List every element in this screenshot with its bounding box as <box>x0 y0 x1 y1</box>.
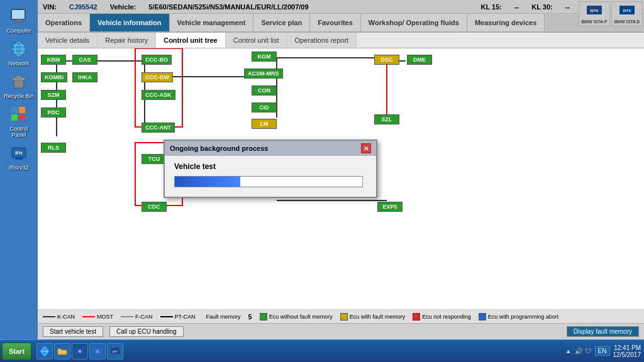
language-indicator[interactable]: EN <box>595 346 610 356</box>
tab-vehicle-management[interactable]: Vehicle management <box>170 14 254 31</box>
ecu-cdc[interactable]: CDC <box>142 202 167 212</box>
desktop-icon-computer[interactable]: Computer <box>3 6 35 34</box>
display-fault-memory-button[interactable]: Display fault memory <box>567 326 639 337</box>
ecu-ccc-ant[interactable]: CCC-ANT <box>142 123 175 133</box>
legend-kcan: K-CAN <box>43 314 75 320</box>
ecu-no-fault-color <box>260 313 267 321</box>
tab-favourites[interactable]: Favourites <box>310 14 361 31</box>
vin-value: CJ95542 <box>69 3 97 11</box>
dialog-subtitle-text: Vehicle test <box>174 162 367 171</box>
ecu-szl[interactable]: SZL <box>374 114 399 124</box>
desktop: Computer Network <box>0 0 644 339</box>
call-up-ecu-button[interactable]: Call up ECU handling <box>109 326 184 337</box>
svg-text:IS: IS <box>96 349 99 353</box>
legend-ecu-prog-abort: Ecu with programming abort <box>479 313 559 321</box>
ecu-acsm-mrs[interactable]: ACSM-MRS <box>244 69 283 79</box>
kcan-line <box>43 316 55 317</box>
ecu-no-fault-label: Ecu without fault memory <box>269 314 333 320</box>
ecu-ccc-ask[interactable]: CCC-ASK <box>142 90 175 100</box>
legend-ecu-fault: Ecu with fault memory <box>340 313 406 321</box>
desktop-icons-panel: Computer Network <box>0 0 38 177</box>
ecu-dsc[interactable]: DSC <box>374 55 399 65</box>
ecu-ccc-gw[interactable]: CCC-GW <box>142 72 173 82</box>
progress-bar-fill <box>175 177 240 187</box>
svg-rect-11 <box>11 107 18 113</box>
time-display: 12:41 PM <box>613 344 641 351</box>
ecu-tcu[interactable]: TCU <box>142 154 167 164</box>
taskbar: Start IS IS <box>0 339 644 362</box>
taskbar-icon-ie[interactable] <box>36 343 53 359</box>
most-line <box>82 316 95 317</box>
bmw-ista-p-label: BMW ISTA-P <box>581 19 607 24</box>
ecu-szm[interactable]: SZM <box>41 90 66 100</box>
svg-rect-10 <box>16 76 21 78</box>
legend-most: MOST <box>82 314 113 320</box>
tray-icon-network: ▲ <box>565 348 572 354</box>
legend-ecu-no-fault: Ecu without fault memory <box>260 313 333 321</box>
date-display: 12/5/2017 <box>613 351 641 358</box>
ecu-lm[interactable]: LM <box>252 119 277 129</box>
bmw-ista-p-icon[interactable]: ISTA BMW ISTA-P <box>579 1 610 26</box>
most-label: MOST <box>97 314 113 320</box>
tray-icon-volume: 🔊 <box>575 348 582 354</box>
computer-icon <box>9 6 29 26</box>
ecu-fault-label: Ecu with fault memory <box>350 314 406 320</box>
legend-ptcan: PT-CAN <box>160 314 196 320</box>
dialog-close-button[interactable]: ✕ <box>361 143 371 153</box>
action-bar: Start vehicle test Call up ECU handling … <box>38 323 644 339</box>
kl30-value: -- <box>565 3 570 11</box>
ecu-pdc[interactable]: PDC <box>41 107 66 118</box>
svg-text:IS: IS <box>79 349 82 353</box>
tab-workshop[interactable]: Workshop/ Operating fluids <box>361 14 467 31</box>
bmw-ista-d-label: BMW ISTA D <box>614 19 640 24</box>
ecu-kgm[interactable]: KGM <box>252 52 277 62</box>
desktop-icon-network[interactable]: Network <box>3 39 35 67</box>
bmw-ista-d-icon[interactable]: ISTA BMW ISTA D <box>611 1 643 26</box>
tab-vehicle-information[interactable]: Vehicle information <box>90 14 169 31</box>
ecu-kbm[interactable]: KBM <box>41 55 66 65</box>
tab-operations[interactable]: Operations <box>38 14 90 31</box>
desktop-icon-recycle[interactable]: Recycle Bin <box>3 72 35 99</box>
start-vehicle-test-button[interactable]: Start vehicle test <box>43 326 103 337</box>
recycle-bin-icon <box>9 72 29 92</box>
tab-measuring[interactable]: Measuring devices <box>467 14 545 31</box>
taskbar-icon-app2[interactable]: IS <box>89 343 106 359</box>
svg-rect-13 <box>11 114 18 121</box>
start-button[interactable]: Start <box>2 343 31 360</box>
ecu-prog-abort-label: Ecu with programming abort <box>488 314 559 320</box>
sub-tab-repair-history[interactable]: Repair history <box>97 33 156 48</box>
ecu-kombi[interactable]: KOMBI <box>41 72 67 82</box>
ecu-prog-abort-color <box>479 313 486 321</box>
tab-service-plan[interactable]: Service plan <box>253 14 310 31</box>
svg-rect-14 <box>19 114 25 121</box>
taskbar-icon-app3[interactable]: APP <box>107 343 123 359</box>
vehicle-info-bar: VIN: CJ95542 Vehicle: 5/E60/SEDAN/525i/N… <box>38 0 644 14</box>
svg-text:ISTA: ISTA <box>590 9 599 13</box>
ecu-ihka[interactable]: IHKA <box>72 72 97 82</box>
ecu-con[interactable]: CON <box>252 85 277 96</box>
desktop-icon-ifhsrv32[interactable]: IFH ifhsrv32 <box>3 143 35 171</box>
sub-tab-bar: Vehicle details Repair history Control u… <box>38 33 644 48</box>
control-panel-icon <box>9 104 29 124</box>
ecu-ccc-bo[interactable]: CCC-BO <box>142 55 172 65</box>
ecu-not-responding-label: Ecu not responding <box>422 314 471 320</box>
taskbar-icon-folder[interactable] <box>54 343 70 359</box>
ecu-dme[interactable]: DME <box>407 55 432 65</box>
ecu-cid[interactable]: CID <box>252 102 277 112</box>
sub-tab-control-unit-tree[interactable]: Control unit tree <box>156 33 226 48</box>
ecu-fault-color <box>340 313 348 321</box>
sub-tab-vehicle-details[interactable]: Vehicle details <box>38 33 97 48</box>
vin-label: VIN: <box>43 3 57 11</box>
progress-bar-container <box>174 176 363 187</box>
sub-tab-operations-report[interactable]: Operations report <box>287 33 357 48</box>
sub-tab-control-unit-list[interactable]: Control unit list <box>226 33 287 48</box>
ptcan-line <box>160 316 173 317</box>
ecu-cas[interactable]: CAS <box>72 55 97 65</box>
taskbar-clock: 12:41 PM 12/5/2017 <box>613 344 641 358</box>
svg-rect-12 <box>19 107 25 113</box>
ecu-exp5[interactable]: EXP5 <box>377 202 402 212</box>
desktop-icon-control-panel[interactable]: Control Panel <box>3 104 35 138</box>
nav-tab-bar: Operations Vehicle information Vehicle m… <box>38 14 644 33</box>
ecu-rls[interactable]: RLS <box>41 143 66 153</box>
taskbar-icon-app1[interactable]: IS <box>72 343 88 359</box>
